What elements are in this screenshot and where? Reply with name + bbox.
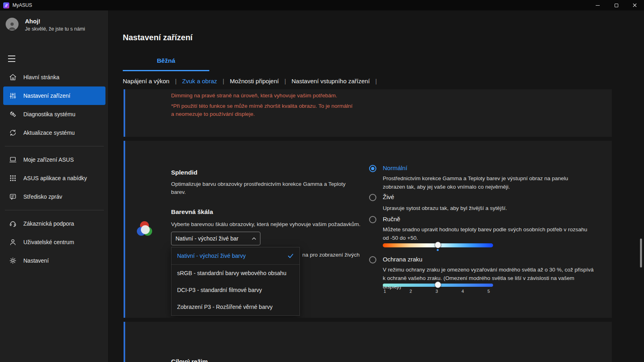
sidebar-item-label: Nastavení zařízení: [23, 93, 70, 99]
select-value: Nativní - výchozí živé bar: [175, 235, 251, 242]
apps-icon: [9, 174, 17, 182]
mode-desc-eyecare: V režimu ochrany zraku je omezeno vyzařo…: [383, 266, 594, 291]
sidebar-item-customer-support[interactable]: Zákaznická podpora: [3, 214, 105, 233]
subtabs: Napájení a výkon | Zvuk a obraz | Možnos…: [123, 78, 377, 84]
main-content: Nastavení zařízení Běžná Napájení a výko…: [109, 10, 644, 362]
device-settings-icon: [9, 92, 17, 100]
hamburger-menu-icon[interactable]: [8, 56, 15, 64]
sidebar-item-label: Nastavení: [23, 257, 49, 264]
sidebar-divider: [5, 146, 104, 146]
subtab-separator: |: [285, 78, 286, 84]
sidebar-item-update[interactable]: Aktualizace systému: [3, 123, 105, 142]
color-temperature-slider[interactable]: [383, 243, 493, 247]
sidebar-divider: [5, 210, 104, 210]
splendid-description: Optimalizuje barvu obrazovky prostřednic…: [171, 180, 356, 197]
sidebar-item-message-center[interactable]: Středisko zpráv: [3, 187, 105, 206]
tick-label: 2: [409, 289, 412, 294]
tab-common[interactable]: Běžná: [123, 57, 209, 71]
subtab-audio-visual[interactable]: Zvuk a obraz: [182, 78, 217, 84]
sidebar-item-my-asus-devices[interactable]: Moje zařízení ASUS: [3, 150, 105, 169]
myasus-logo-icon: [3, 2, 9, 8]
obscured-text-fragment: na pro zobrazení živých: [302, 252, 360, 258]
target-mode-title: Cílový režim: [171, 358, 208, 362]
sidebar-item-label: Hlavní stránka: [23, 74, 59, 80]
app-title: MyASUS: [12, 2, 32, 8]
subtab-power[interactable]: Napájení a výkon: [123, 78, 169, 84]
mode-label-vivid[interactable]: Živé: [383, 193, 394, 200]
dropdown-option-label: Nativní - výchozí živé barvy: [177, 253, 287, 259]
minimize-icon: [596, 5, 600, 6]
settings-icon: [9, 257, 17, 265]
color-gamut-description: Vyberte barevnou škálu obrazovky, která …: [171, 220, 364, 228]
greeting-subtitle: Je skvělé, že jste tu s námi: [25, 26, 85, 32]
dropdown-option-srgb[interactable]: sRGB - standardní barvy webového obsahu: [171, 265, 299, 282]
check-icon: [287, 253, 294, 259]
mode-desc-vivid: Upravuje sytost obrazu tak, aby byl živě…: [383, 204, 589, 213]
sidebar-item-asus-apps[interactable]: ASUS aplikace a nabídky: [3, 169, 105, 187]
dropdown-option-native[interactable]: Nativní - výchozí živé barvy: [171, 247, 299, 265]
avatar[interactable]: [6, 18, 19, 31]
dropdown-option-label: DCI-P3 - standardní filmové barvy: [177, 287, 294, 293]
mode-desc-normal: Prostřednictvím korekce Gamma a Teploty …: [383, 175, 589, 191]
dropdown-option-displayp3[interactable]: Zobrazení P3 - Rozšířené věrné barvy: [171, 298, 299, 315]
radio-eyecare[interactable]: [369, 256, 376, 263]
radio-normal[interactable]: [369, 165, 376, 172]
greeting-title: Ahoj!: [25, 18, 85, 25]
subtab-connectivity[interactable]: Možnosti připojení: [230, 78, 279, 84]
slider-center-marker: [437, 249, 439, 251]
scrollbar-thumb[interactable]: [640, 239, 642, 267]
minimize-button[interactable]: [588, 0, 607, 10]
sidebar: Ahoj! Je skvělé, že jste tu s námi Hlavn…: [0, 10, 109, 362]
color-temperature-slider-handle[interactable]: [435, 242, 441, 248]
mode-label-eyecare[interactable]: Ochrana zraku: [383, 256, 422, 263]
messages-icon: [9, 193, 17, 201]
mode-label-normal[interactable]: Normální: [383, 165, 407, 171]
color-gamut-select[interactable]: Nativní - výchozí živé bar: [171, 232, 260, 245]
splendid-color-icon: [136, 221, 153, 237]
user-icon: [9, 238, 17, 246]
profile: Ahoj! Je skvělé, že jste tu s námi: [6, 18, 85, 32]
target-mode-card: Cílový režim: [124, 322, 612, 362]
splendid-card: Splendid Optimalizuje barvu obrazovky pr…: [124, 141, 612, 318]
diagnostics-icon: [9, 110, 17, 118]
update-icon: [9, 129, 17, 137]
radio-vivid[interactable]: [369, 194, 376, 201]
sidebar-item-settings[interactable]: Nastavení: [3, 251, 105, 270]
radio-manual[interactable]: [369, 216, 376, 223]
maximize-button[interactable]: [607, 0, 625, 10]
sidebar-item-user-center[interactable]: Uživatelské centrum: [3, 233, 105, 251]
page-title: Nastavení zařízení: [123, 33, 192, 42]
eye-protection-slider-handle[interactable]: [435, 282, 441, 288]
close-icon: [633, 3, 637, 7]
sidebar-item-label: Zákaznická podpora: [23, 220, 74, 227]
device-icon: [9, 156, 17, 164]
tick-label: 5: [487, 289, 490, 294]
dropdown-option-label: Zobrazení P3 - Rozšířené věrné barvy: [177, 304, 294, 310]
sidebar-item-home[interactable]: Hlavní stránka: [3, 68, 105, 86]
mode-desc-manual: Můžete snadno upravit hodnotu teploty ba…: [383, 226, 589, 243]
home-icon: [9, 73, 17, 81]
close-button[interactable]: [625, 0, 644, 10]
color-gamut-title: Barevná škála: [171, 208, 213, 216]
color-gamut-dropdown: Nativní - výchozí živé barvy sRGB - stan…: [171, 247, 300, 316]
maximize-icon: [615, 4, 618, 7]
dropdown-option-dcip3[interactable]: DCI-P3 - standardní filmové barvy: [171, 282, 299, 298]
support-icon: [9, 220, 17, 228]
eye-protection-slider[interactable]: [383, 284, 493, 287]
chevron-up-icon: [251, 236, 257, 241]
sidebar-item-label: Diagnostika systému: [23, 111, 75, 117]
sidebar-item-label: Moje zařízení ASUS: [23, 156, 74, 163]
sidebar-item-label: Aktualizace systému: [23, 130, 75, 136]
sidebar-item-label: ASUS aplikace a nabídky: [23, 175, 87, 181]
tick-label: 3: [436, 289, 438, 294]
mode-label-manual[interactable]: Ručně: [383, 216, 400, 222]
subtab-separator: |: [223, 78, 224, 84]
subtab-separator: |: [175, 78, 177, 84]
warning-card: Dimming na pravé straně na úroveň, která…: [124, 89, 612, 137]
sidebar-item-diagnostics[interactable]: Diagnostika systému: [3, 105, 105, 123]
tick-label: 4: [461, 289, 464, 294]
tick-label: 1: [384, 289, 386, 294]
eye-slider-ticks: 1 2 3 4 5: [384, 289, 490, 294]
sidebar-item-device-settings[interactable]: Nastavení zařízení: [3, 86, 105, 105]
subtab-input-device[interactable]: Nastavení vstupního zařízení: [291, 78, 369, 84]
